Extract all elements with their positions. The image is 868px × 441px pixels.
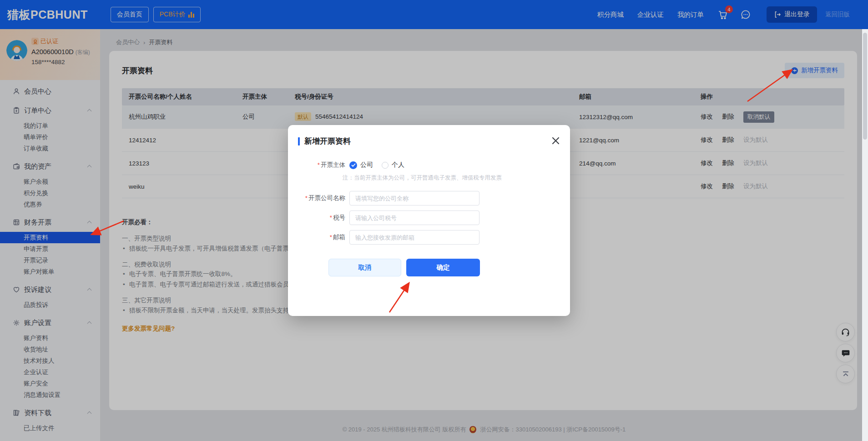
close-icon[interactable] (551, 136, 560, 145)
company-name-field-label: *开票公司名称 (288, 194, 349, 202)
confirm-button[interactable]: 确定 (406, 259, 480, 276)
subject-label: *开票主体 (288, 161, 349, 169)
cancel-button[interactable]: 取消 (328, 259, 401, 276)
scrollbar-track[interactable] (862, 29, 868, 441)
radio-selected-0[interactable] (349, 161, 357, 169)
radio-unselected-1[interactable] (382, 162, 389, 169)
radio-label[interactable]: 公司 (360, 161, 373, 169)
tax-number-field[interactable] (349, 210, 479, 225)
email-field-label: *邮箱 (288, 233, 349, 241)
tax-number-field-label: *税号 (288, 214, 349, 222)
radio-label[interactable]: 个人 (392, 161, 404, 169)
modal-title: 新增开票资料 (298, 136, 351, 146)
email-field[interactable] (349, 230, 479, 245)
company-name-field[interactable] (349, 191, 479, 205)
subject-note: 注：当前开票主体为公司，可开普通电子发票、增值税专用发票 (343, 174, 570, 182)
scrollbar-thumb[interactable] (863, 33, 867, 140)
add-invoice-modal: 新增开票资料 *开票主体 公司个人 注：当前开票主体为公司，可开普通电子发票、增… (288, 125, 570, 316)
